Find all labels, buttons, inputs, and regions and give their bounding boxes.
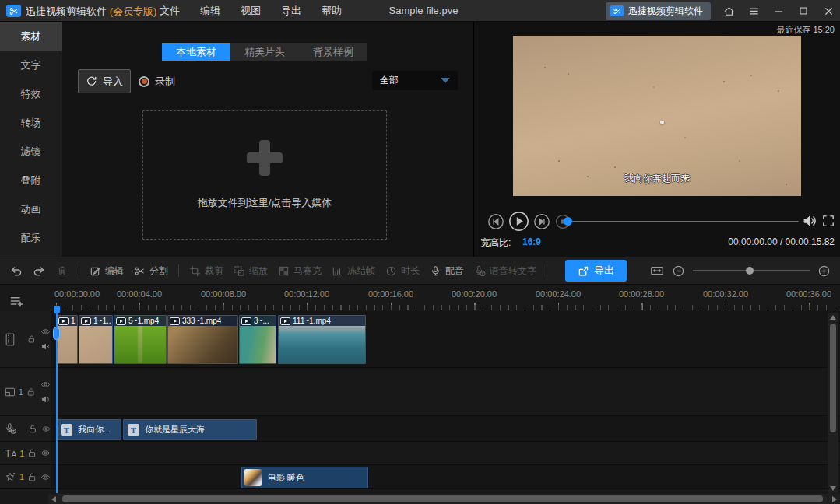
timeline-zoom-slider[interactable] — [693, 265, 810, 276]
fullscreen-icon[interactable] — [821, 214, 835, 228]
app-window: 迅捷视频剪辑软件 (会员专版) 文件 编辑 视图 导出 帮助 Sample fi… — [0, 0, 840, 504]
track-row-pip[interactable] — [51, 368, 840, 416]
tab-background-samples[interactable]: 背景样例 — [299, 43, 367, 61]
video-clip[interactable]: 1~1... — [79, 315, 113, 364]
playhead-marker[interactable] — [54, 306, 60, 313]
eye-icon[interactable] — [40, 472, 51, 482]
horizontal-scrollbar[interactable] — [48, 494, 840, 504]
scroll-up-arrow[interactable] — [830, 315, 836, 320]
media-dropzone[interactable]: 拖放文件到这里/点击导入媒体 — [142, 110, 387, 240]
dubbing-button[interactable]: 配音 — [430, 264, 464, 278]
eye-icon[interactable] — [40, 380, 51, 390]
scale-button[interactable]: 缩放 — [234, 264, 268, 278]
video-clip[interactable]: 111~1.mp4 — [278, 315, 366, 364]
timeline-ruler[interactable]: 00:00:00.00 00:00:04.00 00:00:08.00 00:0… — [0, 289, 840, 300]
menu-edit[interactable]: 编辑 — [200, 4, 220, 18]
home-button[interactable] — [722, 4, 736, 18]
app-shortcut-button[interactable]: 迅捷视频剪辑软件 — [606, 2, 711, 20]
record-button[interactable]: 录制 — [139, 69, 175, 93]
clip-play-icon — [116, 317, 126, 325]
sidebar-item-transitions[interactable]: 转场 — [0, 108, 62, 137]
lock-open-icon[interactable] — [27, 472, 37, 482]
menu-export[interactable]: 导出 — [281, 4, 301, 18]
track-row-effect[interactable] — [51, 465, 840, 489]
eye-icon[interactable] — [40, 448, 51, 458]
import-label: 导入 — [103, 75, 123, 89]
video-preview[interactable]: 我向你奔赴而来 — [513, 36, 801, 196]
minimize-button[interactable] — [771, 4, 786, 18]
lock-open-icon[interactable] — [28, 424, 37, 434]
tab-local-media[interactable]: 本地素材 — [162, 43, 230, 61]
step-back-button[interactable] — [487, 213, 504, 230]
zoom-in-icon[interactable] — [817, 264, 831, 278]
microphone-icon — [430, 265, 441, 277]
sidebar-item-animation[interactable]: 动画 — [0, 194, 62, 223]
fit-timeline-icon[interactable] — [650, 264, 664, 278]
speaker-icon[interactable] — [40, 394, 51, 404]
speaker-muted-icon[interactable] — [40, 341, 51, 352]
duration-button[interactable]: 时长 — [385, 264, 420, 278]
export-icon — [578, 265, 589, 277]
text-track-icon: TA — [5, 446, 16, 460]
lock-open-icon[interactable] — [26, 387, 36, 397]
redo-button[interactable] — [33, 264, 46, 278]
sidebar-item-media[interactable]: 素材 — [0, 22, 62, 51]
delete-button[interactable] — [56, 264, 69, 277]
horizontal-scrollbar-thumb[interactable] — [62, 495, 823, 502]
import-button[interactable]: 导入 — [78, 69, 131, 93]
crop-icon — [189, 265, 201, 277]
aspect-ratio-value[interactable]: 16:9 — [522, 236, 541, 247]
ruler-tick-label: 00:00:12.00 — [284, 289, 329, 299]
vertical-scrollbar-thumb[interactable] — [830, 324, 836, 432]
step-forward-button[interactable] — [533, 213, 550, 230]
seek-slider[interactable] — [571, 221, 799, 222]
media-filter-dropdown[interactable]: 全部 — [372, 71, 458, 90]
eye-icon[interactable] — [40, 327, 51, 337]
seek-slider-handle[interactable] — [564, 217, 572, 226]
video-clip[interactable]: 1 — [56, 315, 78, 364]
zoom-out-icon[interactable] — [672, 264, 685, 278]
export-button[interactable]: 导出 — [565, 260, 627, 282]
mosaic-button[interactable]: 马赛克 — [278, 264, 322, 278]
sidebar-item-effects[interactable]: 特效 — [0, 79, 62, 108]
timeline-zoom-handle[interactable] — [746, 267, 754, 275]
track-row-text[interactable] — [51, 442, 840, 465]
split-button[interactable]: 分割 — [134, 264, 168, 278]
freeze-frame-button[interactable]: 冻结帧 — [332, 264, 375, 278]
playhead-handle[interactable] — [53, 327, 60, 340]
scroll-left-arrow[interactable] — [51, 496, 56, 502]
edit-button[interactable]: 编辑 — [90, 264, 124, 278]
vertical-scrollbar[interactable] — [828, 313, 838, 493]
undo-button[interactable] — [9, 264, 23, 278]
video-clip[interactable]: 3~... — [239, 315, 276, 364]
text-clip[interactable]: T 我向你... — [56, 419, 121, 440]
lock-open-icon[interactable] — [27, 448, 37, 458]
play-button[interactable] — [508, 211, 529, 232]
volume-icon[interactable] — [802, 213, 817, 229]
sidebar-item-filters[interactable]: 滤镜 — [0, 137, 62, 166]
crop-button[interactable]: 裁剪 — [189, 264, 223, 278]
speech-to-text-button[interactable]: 语音转文字 — [474, 264, 536, 278]
close-button[interactable] — [821, 4, 835, 18]
menu-icon[interactable] — [747, 4, 761, 18]
effect-track-count: 1 — [19, 472, 24, 481]
tab-intro-templates[interactable]: 精美片头 — [230, 43, 299, 61]
lock-open-icon[interactable] — [27, 334, 36, 345]
menu-help[interactable]: 帮助 — [322, 4, 342, 18]
scroll-down-arrow[interactable] — [830, 486, 836, 491]
maximize-button[interactable] — [796, 4, 810, 18]
menu-view[interactable]: 视图 — [241, 4, 261, 18]
eye-icon[interactable] — [41, 424, 51, 434]
scroll-right-arrow[interactable] — [832, 496, 837, 502]
sidebar-item-overlays[interactable]: 叠附 — [0, 166, 62, 194]
pip-track-icon — [5, 386, 16, 398]
video-clip[interactable]: 333~1.mp4 — [167, 315, 238, 364]
ruler-tick-label: 00:00:00.00 — [54, 289, 100, 299]
effect-clip[interactable]: 电影 暖色 — [241, 467, 368, 488]
sidebar-item-text[interactable]: 文字 — [0, 51, 62, 79]
sidebar-item-music[interactable]: 配乐 — [0, 223, 62, 252]
video-subtitle: 我向你奔赴而来 — [513, 172, 801, 185]
video-clip[interactable]: 5~1.mp4 — [114, 315, 167, 364]
menu-file[interactable]: 文件 — [160, 4, 180, 18]
text-clip[interactable]: T 你就是星辰大海 — [123, 419, 257, 440]
